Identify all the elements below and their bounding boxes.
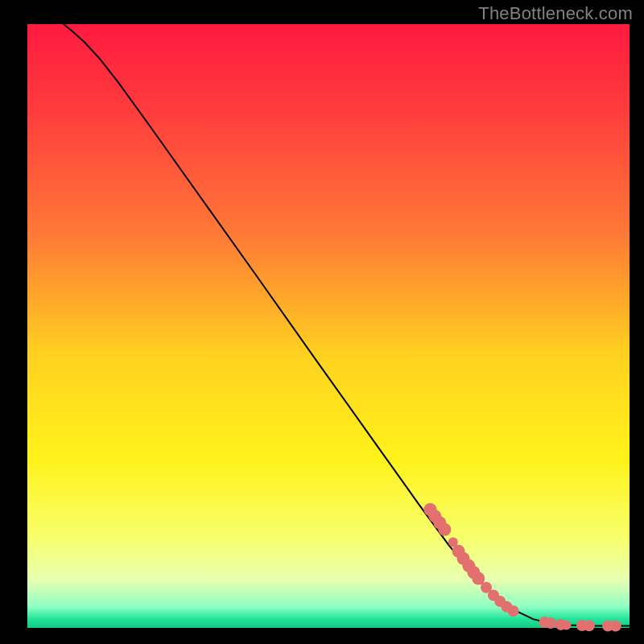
scatter-point <box>562 620 572 630</box>
scatter-point <box>508 605 519 617</box>
scatter-point <box>610 621 621 632</box>
bottleneck-curve-chart <box>0 0 644 644</box>
scatter-point <box>438 523 451 536</box>
chart-container: TheBottleneck.com <box>0 0 644 644</box>
scatter-point <box>472 572 485 585</box>
scatter-point <box>545 617 556 629</box>
scatter-point <box>584 620 595 631</box>
plot-background <box>27 24 630 628</box>
